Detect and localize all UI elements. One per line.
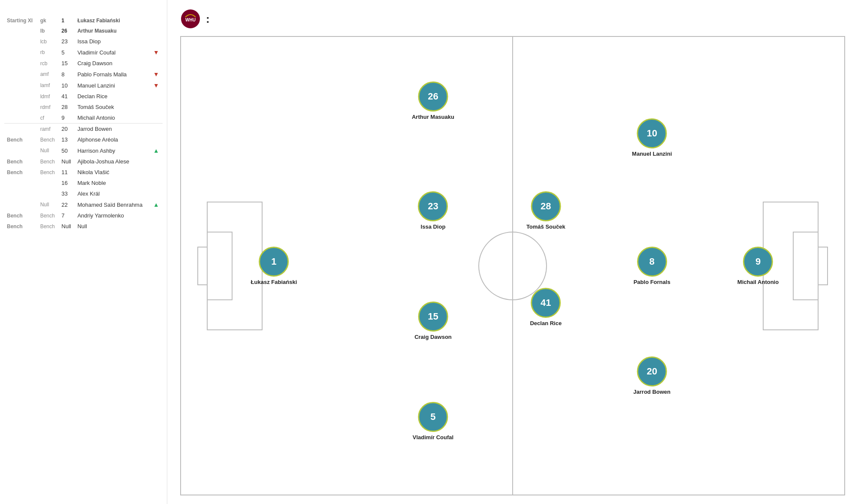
row-number: 7 (59, 210, 75, 221)
row-icon (151, 210, 163, 221)
row-number: 26 (59, 26, 75, 36)
row-icon: ▲ (151, 199, 163, 210)
row-position: Null (38, 145, 59, 156)
row-number: 20 (59, 124, 75, 135)
row-player-name: Alex Král (75, 188, 151, 199)
col-name: Łukasz Fabiański (75, 15, 151, 26)
arrow-down-icon: ▼ (153, 71, 159, 78)
row-player-name: Jarrod Bowen (75, 124, 151, 135)
table-row: amf8Pablo Fornals Malla▼ (4, 69, 163, 80)
row-section (4, 188, 38, 199)
table-row: BenchBench13Alphonse Aréola (4, 134, 163, 145)
row-section: Bench (4, 156, 38, 167)
row-section (4, 80, 38, 91)
table-row: lb26Arthur Masuaku (4, 26, 163, 36)
row-number: 22 (59, 199, 75, 210)
row-section (4, 36, 38, 47)
row-player-name: Nikola Vlašić (75, 167, 151, 178)
team-title: : (206, 12, 213, 26)
row-number: Null (59, 156, 75, 167)
player-circle: 41 (531, 288, 561, 318)
row-icon (151, 221, 163, 232)
table-row: rdmf28Tomáš Souček (4, 102, 163, 112)
row-player-name: Arthur Masuaku (75, 26, 151, 36)
row-player-name: Manuel Lanzini (75, 80, 151, 91)
row-icon (151, 36, 163, 47)
row-player-name: Harrison Ashby (75, 145, 151, 156)
player-token: 28Tomáš Souček (526, 191, 565, 230)
row-icon (151, 102, 163, 112)
row-icon (151, 134, 163, 145)
left-goal-box (207, 232, 233, 300)
table-row: 33Alex Král (4, 188, 163, 199)
row-position: rb (38, 47, 59, 58)
row-number: Null (59, 221, 75, 232)
left-panel: Starting XI gk 1 Łukasz Fabiański lb26Ar… (0, 0, 167, 504)
player-circle: 28 (531, 191, 561, 221)
player-circle: 26 (418, 81, 448, 112)
player-circle: 15 (418, 302, 448, 332)
player-circle: 5 (418, 402, 448, 432)
row-icon (151, 188, 163, 199)
row-number: 5 (59, 47, 75, 58)
row-icon (151, 58, 163, 69)
arrow-up-icon: ▲ (153, 201, 159, 208)
arrow-down-icon: ▼ (153, 49, 159, 56)
row-player-name: Mohamed Saïd Benrahma (75, 199, 151, 210)
table-row: lcb23Issa Diop (4, 36, 163, 47)
row-position: cf (38, 112, 59, 124)
player-token: 1Łukasz Fabiański (251, 247, 297, 285)
row-number: 16 (59, 178, 75, 188)
row-player-name: Issa Diop (75, 36, 151, 47)
table-row: BenchBench11Nikola Vlašić (4, 167, 163, 178)
row-player-name: Andriy Yarmolenko (75, 210, 151, 221)
row-icon: ▼ (151, 80, 163, 91)
row-number: 15 (59, 58, 75, 69)
row-section (4, 102, 38, 112)
row-section (4, 47, 38, 58)
row-number: 41 (59, 91, 75, 102)
col-pos: gk (38, 15, 59, 26)
player-token: 5Vladimír Coufal (413, 402, 453, 441)
row-icon (151, 124, 163, 135)
player-name-label: Vladimír Coufal (413, 434, 453, 441)
row-section: Bench (4, 167, 38, 178)
left-goal (197, 247, 208, 285)
player-name-label: Pablo Fornals (634, 279, 671, 285)
player-token: 20Jarrod Bowen (633, 356, 671, 395)
player-name-label: Craig Dawson (414, 334, 452, 340)
player-circle: 8 (637, 247, 667, 277)
player-name-label: Michail Antonio (737, 279, 779, 285)
pitch: 1Łukasz Fabiański26Arthur Masuaku23Issa … (180, 36, 845, 495)
player-name-label: Jarrod Bowen (633, 389, 671, 395)
row-position: lamf (38, 80, 59, 91)
lineup-table: Starting XI gk 1 Łukasz Fabiański lb26Ar… (4, 15, 163, 232)
col-num: 1 (59, 15, 75, 26)
row-player-name: Mark Noble (75, 178, 151, 188)
row-player-name: Pablo Fornals Malla (75, 69, 151, 80)
table-row: 16Mark Noble (4, 178, 163, 188)
player-name-label: Tomáš Souček (526, 223, 565, 230)
row-section (4, 124, 38, 135)
row-section (4, 145, 38, 156)
player-token: 41Declan Rice (530, 288, 562, 326)
table-row: Null50Harrison Ashby▲ (4, 145, 163, 156)
player-name-label: Arthur Masuaku (412, 114, 454, 120)
row-number: 11 (59, 167, 75, 178)
player-circle: 1 (259, 247, 289, 277)
row-position: rdmf (38, 102, 59, 112)
row-number: 23 (59, 36, 75, 47)
row-position (38, 178, 59, 188)
row-number: 13 (59, 134, 75, 145)
table-row: cf9Michail Antonio (4, 112, 163, 124)
table-row: BenchBenchNullNull (4, 221, 163, 232)
row-position: Bench (38, 210, 59, 221)
row-position: Bench (38, 134, 59, 145)
right-goal-box (793, 232, 819, 300)
row-number: 8 (59, 69, 75, 80)
table-row: rb5Vladimír Coufal▼ (4, 47, 163, 58)
player-name-label: Declan Rice (530, 320, 562, 326)
row-section (4, 26, 38, 36)
row-position: ldmf (38, 91, 59, 102)
row-number: 33 (59, 188, 75, 199)
